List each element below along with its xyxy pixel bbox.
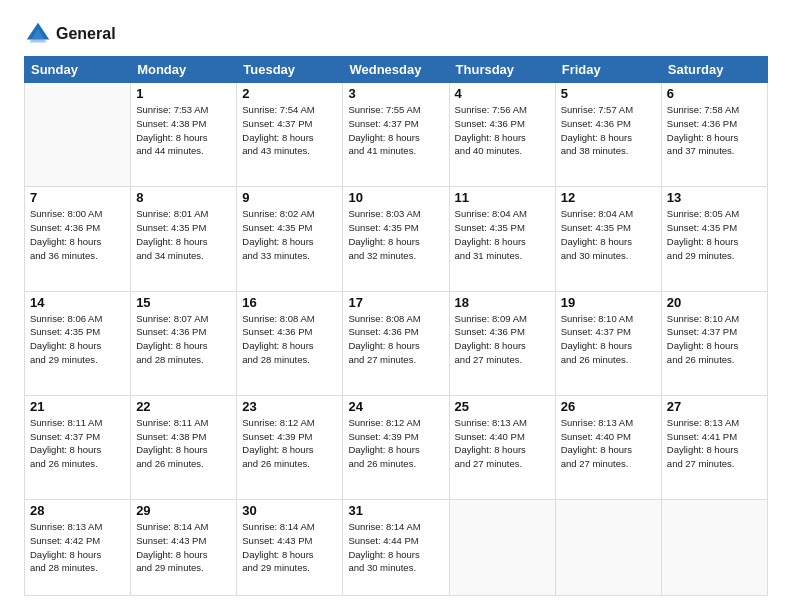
day-number: 23: [242, 399, 337, 414]
day-info: Sunrise: 8:13 AM Sunset: 4:40 PM Dayligh…: [561, 416, 656, 471]
day-number: 1: [136, 86, 231, 101]
day-info: Sunrise: 8:02 AM Sunset: 4:35 PM Dayligh…: [242, 207, 337, 262]
calendar-cell: 14Sunrise: 8:06 AM Sunset: 4:35 PM Dayli…: [25, 291, 131, 395]
day-info: Sunrise: 8:07 AM Sunset: 4:36 PM Dayligh…: [136, 312, 231, 367]
calendar-cell: 7Sunrise: 8:00 AM Sunset: 4:36 PM Daylig…: [25, 187, 131, 291]
day-number: 24: [348, 399, 443, 414]
day-info: Sunrise: 7:55 AM Sunset: 4:37 PM Dayligh…: [348, 103, 443, 158]
day-info: Sunrise: 7:57 AM Sunset: 4:36 PM Dayligh…: [561, 103, 656, 158]
day-info: Sunrise: 7:58 AM Sunset: 4:36 PM Dayligh…: [667, 103, 762, 158]
calendar-cell: 25Sunrise: 8:13 AM Sunset: 4:40 PM Dayli…: [449, 395, 555, 499]
calendar-table: SundayMondayTuesdayWednesdayThursdayFrid…: [24, 56, 768, 596]
calendar-cell: 23Sunrise: 8:12 AM Sunset: 4:39 PM Dayli…: [237, 395, 343, 499]
day-info: Sunrise: 8:00 AM Sunset: 4:36 PM Dayligh…: [30, 207, 125, 262]
day-info: Sunrise: 8:13 AM Sunset: 4:40 PM Dayligh…: [455, 416, 550, 471]
day-number: 21: [30, 399, 125, 414]
calendar-header-monday: Monday: [131, 57, 237, 83]
day-number: 31: [348, 503, 443, 518]
day-number: 5: [561, 86, 656, 101]
calendar-header-thursday: Thursday: [449, 57, 555, 83]
calendar-cell: 3Sunrise: 7:55 AM Sunset: 4:37 PM Daylig…: [343, 83, 449, 187]
day-info: Sunrise: 8:13 AM Sunset: 4:42 PM Dayligh…: [30, 520, 125, 575]
calendar-cell: [661, 500, 767, 596]
day-number: 11: [455, 190, 550, 205]
calendar-cell: 13Sunrise: 8:05 AM Sunset: 4:35 PM Dayli…: [661, 187, 767, 291]
day-number: 8: [136, 190, 231, 205]
calendar-header-friday: Friday: [555, 57, 661, 83]
day-info: Sunrise: 8:12 AM Sunset: 4:39 PM Dayligh…: [242, 416, 337, 471]
logo-icon: [24, 20, 52, 48]
day-info: Sunrise: 8:04 AM Sunset: 4:35 PM Dayligh…: [455, 207, 550, 262]
day-number: 29: [136, 503, 231, 518]
calendar-week-row: 7Sunrise: 8:00 AM Sunset: 4:36 PM Daylig…: [25, 187, 768, 291]
day-info: Sunrise: 8:03 AM Sunset: 4:35 PM Dayligh…: [348, 207, 443, 262]
calendar-cell: 17Sunrise: 8:08 AM Sunset: 4:36 PM Dayli…: [343, 291, 449, 395]
calendar-cell: 16Sunrise: 8:08 AM Sunset: 4:36 PM Dayli…: [237, 291, 343, 395]
day-info: Sunrise: 8:14 AM Sunset: 4:43 PM Dayligh…: [136, 520, 231, 575]
day-info: Sunrise: 7:54 AM Sunset: 4:37 PM Dayligh…: [242, 103, 337, 158]
day-info: Sunrise: 7:53 AM Sunset: 4:38 PM Dayligh…: [136, 103, 231, 158]
day-info: Sunrise: 8:08 AM Sunset: 4:36 PM Dayligh…: [348, 312, 443, 367]
page: General SundayMondayTuesdayWednesdayThur…: [0, 0, 792, 612]
day-number: 12: [561, 190, 656, 205]
day-number: 16: [242, 295, 337, 310]
calendar-cell: 21Sunrise: 8:11 AM Sunset: 4:37 PM Dayli…: [25, 395, 131, 499]
day-number: 26: [561, 399, 656, 414]
day-info: Sunrise: 8:10 AM Sunset: 4:37 PM Dayligh…: [561, 312, 656, 367]
calendar-cell: 22Sunrise: 8:11 AM Sunset: 4:38 PM Dayli…: [131, 395, 237, 499]
day-info: Sunrise: 8:12 AM Sunset: 4:39 PM Dayligh…: [348, 416, 443, 471]
day-number: 18: [455, 295, 550, 310]
day-info: Sunrise: 8:05 AM Sunset: 4:35 PM Dayligh…: [667, 207, 762, 262]
calendar-cell: 20Sunrise: 8:10 AM Sunset: 4:37 PM Dayli…: [661, 291, 767, 395]
day-number: 6: [667, 86, 762, 101]
day-info: Sunrise: 8:11 AM Sunset: 4:37 PM Dayligh…: [30, 416, 125, 471]
calendar-cell: 11Sunrise: 8:04 AM Sunset: 4:35 PM Dayli…: [449, 187, 555, 291]
calendar-cell: 6Sunrise: 7:58 AM Sunset: 4:36 PM Daylig…: [661, 83, 767, 187]
day-info: Sunrise: 8:10 AM Sunset: 4:37 PM Dayligh…: [667, 312, 762, 367]
logo-text: General: [56, 25, 116, 43]
day-number: 13: [667, 190, 762, 205]
day-number: 20: [667, 295, 762, 310]
day-number: 17: [348, 295, 443, 310]
day-info: Sunrise: 8:11 AM Sunset: 4:38 PM Dayligh…: [136, 416, 231, 471]
day-number: 9: [242, 190, 337, 205]
calendar-cell: 24Sunrise: 8:12 AM Sunset: 4:39 PM Dayli…: [343, 395, 449, 499]
calendar-header-sunday: Sunday: [25, 57, 131, 83]
day-number: 19: [561, 295, 656, 310]
calendar-cell: [555, 500, 661, 596]
calendar-cell: 2Sunrise: 7:54 AM Sunset: 4:37 PM Daylig…: [237, 83, 343, 187]
day-number: 25: [455, 399, 550, 414]
day-info: Sunrise: 8:01 AM Sunset: 4:35 PM Dayligh…: [136, 207, 231, 262]
calendar-cell: 26Sunrise: 8:13 AM Sunset: 4:40 PM Dayli…: [555, 395, 661, 499]
day-info: Sunrise: 8:14 AM Sunset: 4:44 PM Dayligh…: [348, 520, 443, 575]
calendar-header-row: SundayMondayTuesdayWednesdayThursdayFrid…: [25, 57, 768, 83]
day-info: Sunrise: 8:14 AM Sunset: 4:43 PM Dayligh…: [242, 520, 337, 575]
calendar-cell: 8Sunrise: 8:01 AM Sunset: 4:35 PM Daylig…: [131, 187, 237, 291]
calendar-cell: 19Sunrise: 8:10 AM Sunset: 4:37 PM Dayli…: [555, 291, 661, 395]
calendar-header-tuesday: Tuesday: [237, 57, 343, 83]
calendar-week-row: 21Sunrise: 8:11 AM Sunset: 4:37 PM Dayli…: [25, 395, 768, 499]
calendar-cell: [449, 500, 555, 596]
calendar-cell: 30Sunrise: 8:14 AM Sunset: 4:43 PM Dayli…: [237, 500, 343, 596]
day-number: 10: [348, 190, 443, 205]
calendar-cell: [25, 83, 131, 187]
calendar-cell: 5Sunrise: 7:57 AM Sunset: 4:36 PM Daylig…: [555, 83, 661, 187]
day-number: 30: [242, 503, 337, 518]
calendar-header-wednesday: Wednesday: [343, 57, 449, 83]
day-number: 22: [136, 399, 231, 414]
day-number: 4: [455, 86, 550, 101]
calendar-cell: 4Sunrise: 7:56 AM Sunset: 4:36 PM Daylig…: [449, 83, 555, 187]
calendar-week-row: 1Sunrise: 7:53 AM Sunset: 4:38 PM Daylig…: [25, 83, 768, 187]
day-number: 3: [348, 86, 443, 101]
calendar-cell: 15Sunrise: 8:07 AM Sunset: 4:36 PM Dayli…: [131, 291, 237, 395]
day-info: Sunrise: 8:08 AM Sunset: 4:36 PM Dayligh…: [242, 312, 337, 367]
day-number: 14: [30, 295, 125, 310]
day-number: 2: [242, 86, 337, 101]
day-number: 28: [30, 503, 125, 518]
day-info: Sunrise: 8:06 AM Sunset: 4:35 PM Dayligh…: [30, 312, 125, 367]
calendar-cell: 31Sunrise: 8:14 AM Sunset: 4:44 PM Dayli…: [343, 500, 449, 596]
calendar-cell: 28Sunrise: 8:13 AM Sunset: 4:42 PM Dayli…: [25, 500, 131, 596]
calendar-cell: 12Sunrise: 8:04 AM Sunset: 4:35 PM Dayli…: [555, 187, 661, 291]
day-number: 27: [667, 399, 762, 414]
calendar-week-row: 28Sunrise: 8:13 AM Sunset: 4:42 PM Dayli…: [25, 500, 768, 596]
